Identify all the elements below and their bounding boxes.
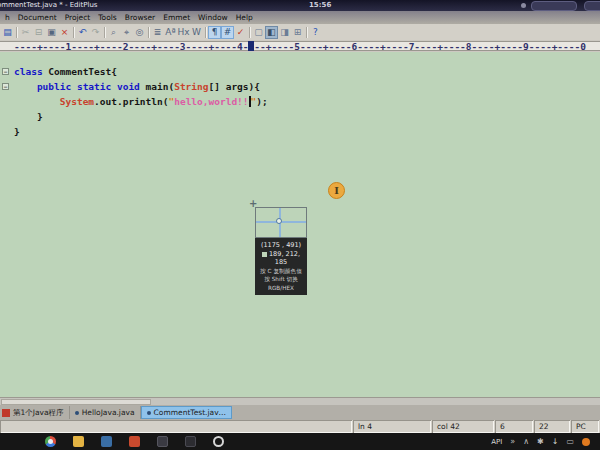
picker-info-panel: (1175 , 491) 189, 212, 185 按 C 复制颜色值 按 S… — [255, 238, 307, 295]
title-bar: CommentTest.java * - EditPlus 15:56 — [0, 0, 600, 11]
picker-rgb-row: 189, 212, 185 — [256, 250, 306, 267]
color-picker-popup: (1175 , 491) 189, 212, 185 按 C 复制颜色值 按 S… — [255, 207, 307, 295]
recorder-pill-button-2[interactable] — [584, 1, 600, 11]
code-line: } — [0, 109, 600, 124]
fold-marker-icon[interactable]: − — [2, 68, 9, 75]
ruler-scale: ----+----1----+----2----+----3----+----4… — [0, 42, 600, 51]
menu-item-search-cut[interactable]: h — [1, 13, 14, 22]
tab-hellojava[interactable]: HelloJava.java — [70, 406, 141, 419]
windows-taskbar: API » ∧ ✱ ↓ ▭ — [0, 433, 600, 450]
magnifier-view — [255, 207, 307, 238]
app-icon-red[interactable] — [129, 436, 140, 447]
menu-bar: h Document Project Tools Browser Emmet W… — [0, 11, 600, 24]
menu-item-window[interactable]: Window — [194, 13, 232, 22]
system-tray: API » ∧ ✱ ↓ ▭ — [491, 433, 600, 450]
word-wrap-icon[interactable]: ¶ — [208, 26, 221, 39]
browser-view-icon[interactable]: W — [190, 26, 203, 39]
type-token: System — [60, 96, 94, 107]
redo-icon[interactable]: ↷ — [89, 26, 102, 39]
split-window-icon[interactable]: ◧ — [265, 26, 278, 39]
menu-item-emmet[interactable]: Emmet — [159, 13, 194, 22]
status-line-cell: ln 4 — [353, 420, 431, 433]
undo-icon[interactable]: ↶ — [76, 26, 89, 39]
new-document-icon[interactable]: ▤ — [1, 26, 14, 39]
tray-download-icon[interactable]: ↓ — [552, 437, 559, 446]
code-line: − public static void main(String[] args)… — [0, 79, 600, 94]
column-ruler: ----+----1----+----2----+----3----+----4… — [0, 40, 600, 52]
toolbar-separator — [205, 27, 206, 38]
spell-check-icon[interactable]: ✓ — [234, 26, 247, 39]
code-line: − class CommentTest{ — [0, 64, 600, 79]
font-size-icon[interactable]: Aª — [164, 26, 177, 39]
plain-token: ); — [256, 96, 267, 107]
plain-token: } — [14, 111, 43, 122]
app-icon-dark-2[interactable] — [185, 436, 196, 447]
tray-api-label[interactable]: API — [491, 438, 502, 446]
menu-item-project[interactable]: Project — [61, 13, 95, 22]
menu-item-help[interactable]: Help — [232, 13, 257, 22]
window-list-icon[interactable]: ▢ — [252, 26, 265, 39]
indent-icon[interactable]: ≣ — [151, 26, 164, 39]
picker-rgb-value: 189, 212, 185 — [269, 250, 300, 267]
document-icon — [2, 409, 10, 417]
menu-item-tools[interactable]: Tools — [94, 13, 120, 22]
toolbar-separator — [16, 27, 17, 38]
document-tab-bar: 第1个Java程序 HelloJava.java CommentTest.jav… — [0, 405, 600, 420]
tray-more-icon[interactable]: » — [510, 437, 515, 446]
fold-marker-icon[interactable]: − — [2, 83, 9, 90]
menu-item-document[interactable]: Document — [14, 13, 61, 22]
context-help-icon[interactable]: ? — [309, 26, 322, 39]
app-icon-dark[interactable] — [157, 436, 168, 447]
plain-token: CommentTest{ — [48, 66, 117, 77]
status-cell-2: 22 — [534, 420, 570, 433]
tray-chevron-up-icon[interactable]: ∧ — [523, 437, 529, 446]
code-line: } — [0, 124, 600, 139]
recorder-pill-button[interactable] — [531, 1, 577, 11]
toolbar-separator — [148, 27, 149, 38]
settings-gear-icon[interactable] — [213, 436, 224, 447]
tab-label: CommentTest.jav… — [154, 408, 227, 417]
tray-flower-icon[interactable]: ✱ — [537, 437, 544, 446]
plain-token: [] args){ — [209, 81, 260, 92]
tray-orange-dot-icon[interactable] — [582, 438, 590, 446]
menu-item-browser[interactable]: Browser — [121, 13, 159, 22]
tab-label: HelloJava.java — [82, 408, 135, 417]
window-title: CommentTest.java * - EditPlus — [0, 0, 97, 11]
keyword-token: public static void — [37, 81, 146, 92]
copy-icon[interactable]: ⊟ — [32, 26, 45, 39]
status-mode-cell: PC — [571, 420, 599, 433]
hex-viewer-icon[interactable]: Hx — [177, 26, 190, 39]
toolbar-separator — [249, 27, 250, 38]
keyword-token: class — [14, 66, 48, 77]
recorder-dot-icon — [521, 3, 526, 8]
find-icon[interactable]: ⌕ — [107, 26, 120, 39]
delete-icon[interactable]: × — [58, 26, 71, 39]
cut-icon[interactable]: ✂ — [19, 26, 32, 39]
tab-commenttest[interactable]: CommentTest.jav… — [141, 406, 233, 419]
plain-token: main( — [146, 81, 175, 92]
tab-first-java-program[interactable]: 第1个Java程序 — [0, 406, 70, 419]
browser-taskbar-icon[interactable] — [45, 436, 56, 447]
recorder-clock: 15:56 — [309, 0, 331, 11]
app-icon-blue[interactable] — [101, 436, 112, 447]
replace-icon[interactable]: ◎ — [133, 26, 146, 39]
new-window-icon[interactable]: ⊞ — [291, 26, 304, 39]
status-bar: ln 4 col 42 6 22 PC — [0, 420, 600, 433]
find-next-icon[interactable]: ⌖ — [120, 26, 133, 39]
text-editor-area[interactable]: − class CommentTest{ − public static voi… — [0, 52, 600, 397]
tray-display-icon[interactable]: ▭ — [566, 437, 574, 446]
picker-hint-toggle: 按 Shift 切换 RGB/HEX — [257, 275, 305, 291]
toolbar-separator — [306, 27, 307, 38]
toolbar: ▤ ✂ ⊟ ▣ × ↶ ↷ ⌕ ⌖ ◎ ≣ Aª Hx W ¶ # ✓ ▢ ◧ … — [0, 24, 600, 41]
status-column-cell: col 42 — [432, 420, 494, 433]
plain-token: .out.println( — [94, 96, 168, 107]
line-numbers-icon[interactable]: # — [221, 26, 234, 39]
toolbar-separator — [73, 27, 74, 38]
document-dot-icon — [147, 411, 151, 415]
file-explorer-icon[interactable] — [73, 436, 84, 447]
type-token: String — [174, 81, 208, 92]
tab-label: 第1个Java程序 — [13, 408, 64, 418]
document-dot-icon — [75, 411, 79, 415]
window-layout-icon[interactable]: ◨ — [278, 26, 291, 39]
paste-icon[interactable]: ▣ — [45, 26, 58, 39]
